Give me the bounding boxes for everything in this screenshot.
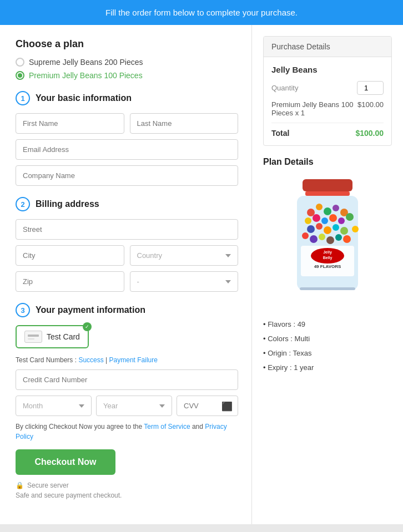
checkout-button[interactable]: Checkout Now bbox=[16, 449, 115, 475]
svg-point-21 bbox=[319, 234, 325, 240]
svg-text:49 FLAVORS: 49 FLAVORS bbox=[314, 264, 341, 269]
svg-point-16 bbox=[324, 226, 331, 234]
state-select[interactable]: - TX CA bbox=[130, 271, 239, 292]
purchase-details-box: Purchase Details Jelly Beans Quantity Pr… bbox=[263, 36, 392, 146]
company-input[interactable] bbox=[16, 165, 238, 186]
city-input[interactable] bbox=[16, 245, 124, 266]
product-name: Jelly Beans bbox=[271, 65, 384, 74]
line-item: Premium Jelly Beans 100 Pieces x 1 $100.… bbox=[271, 100, 384, 123]
purchase-details-body: Jelly Beans Quantity Premium Jelly Beans… bbox=[264, 57, 391, 145]
safe-text: Safe and secure payment checkout. bbox=[16, 492, 238, 499]
card-icon bbox=[24, 331, 42, 343]
step-2-number: 2 bbox=[16, 197, 30, 211]
secure-label: Secure server bbox=[27, 482, 69, 489]
svg-rect-0 bbox=[303, 179, 352, 191]
plan-option-1[interactable]: Supreme Jelly Beans 200 Pieces bbox=[16, 58, 238, 67]
name-row bbox=[16, 113, 238, 134]
plan-2-radio[interactable] bbox=[16, 71, 24, 80]
card-check-badge: ✓ bbox=[83, 322, 92, 331]
total-row: Total $100.00 bbox=[271, 129, 384, 138]
svg-point-18 bbox=[340, 227, 348, 235]
plan-1-radio[interactable] bbox=[16, 58, 24, 67]
svg-point-13 bbox=[346, 213, 354, 221]
lock-icon: 🔒 bbox=[16, 482, 24, 489]
line-item-price: $100.00 bbox=[357, 100, 384, 117]
plan-2-label: Premium Jelly Beans 100 Pieces bbox=[29, 71, 143, 80]
failure-link[interactable]: Payment Failure bbox=[109, 356, 158, 364]
svg-point-25 bbox=[352, 226, 359, 232]
card-label: Test Card bbox=[47, 332, 80, 341]
street-row bbox=[16, 219, 238, 240]
email-row bbox=[16, 139, 238, 160]
success-link[interactable]: Success bbox=[78, 356, 103, 364]
email-input[interactable] bbox=[16, 139, 238, 160]
step-3-number: 3 bbox=[16, 303, 30, 317]
month-select[interactable]: Month 0102 0304 0506 0708 0910 1112 bbox=[16, 396, 92, 416]
svg-text:Belly: Belly bbox=[323, 256, 333, 260]
svg-point-6 bbox=[333, 205, 339, 211]
quantity-input[interactable] bbox=[357, 81, 384, 95]
terms-prefix: By clicking Checkout Now you agree to th… bbox=[16, 423, 144, 430]
quantity-label: Quantity bbox=[271, 84, 298, 92]
top-banner: Fill the order form below to complete yo… bbox=[0, 0, 403, 25]
total-label: Total bbox=[271, 129, 289, 138]
test-card-option[interactable]: Test Card ✓ bbox=[16, 325, 89, 348]
right-panel: Purchase Details Jelly Beans Quantity Pr… bbox=[252, 25, 403, 524]
terms-mid: and bbox=[192, 423, 205, 430]
svg-point-11 bbox=[329, 214, 337, 222]
banner-text: Fill the order form below to complete yo… bbox=[105, 8, 298, 17]
svg-point-12 bbox=[338, 217, 345, 224]
test-card-prefix: Test Card Numbers : bbox=[16, 356, 78, 364]
terms-link[interactable]: Term of Service bbox=[144, 423, 190, 430]
svg-point-22 bbox=[326, 236, 334, 244]
svg-point-19 bbox=[302, 232, 309, 239]
plan-1-label: Supreme Jelly Beans 200 Pieces bbox=[29, 58, 143, 67]
secure-badge: 🔒 Secure server bbox=[16, 482, 238, 489]
svg-point-8 bbox=[305, 217, 311, 224]
last-name-input[interactable] bbox=[130, 113, 239, 134]
svg-point-20 bbox=[310, 235, 318, 243]
bullet-expiry: Expiry : 1 year bbox=[263, 361, 392, 375]
svg-point-14 bbox=[307, 225, 315, 233]
zip-input[interactable] bbox=[16, 271, 124, 292]
company-row bbox=[16, 165, 238, 186]
year-select[interactable]: Year 20242025 20262027 20282029 bbox=[96, 396, 172, 416]
svg-rect-31 bbox=[300, 287, 355, 290]
svg-point-3 bbox=[307, 209, 315, 216]
country-select[interactable]: Country United States United Kingdom Can… bbox=[130, 245, 239, 266]
svg-point-15 bbox=[316, 223, 323, 230]
svg-point-23 bbox=[335, 234, 342, 241]
svg-point-4 bbox=[316, 204, 323, 210]
jar-image: Jelly Belly 49 FLAVORS bbox=[278, 174, 377, 308]
plan-bullets: Flavors : 49 Colors : Multi Origin : Tex… bbox=[263, 317, 392, 375]
total-price: $100.00 bbox=[355, 129, 384, 138]
payment-header: 3 Your payment information bbox=[16, 303, 238, 317]
svg-rect-1 bbox=[305, 191, 350, 196]
choose-plan-title: Choose a plan bbox=[16, 38, 238, 50]
jar-svg: Jelly Belly 49 FLAVORS bbox=[278, 174, 377, 307]
svg-text:Jelly: Jelly bbox=[323, 250, 332, 255]
step-1-number: 1 bbox=[16, 91, 30, 105]
plan-details-title: Plan Details bbox=[263, 157, 392, 167]
terms-text: By clicking Checkout Now you agree to th… bbox=[16, 422, 238, 442]
payment-title: Your payment information bbox=[36, 305, 145, 315]
plan-option-2[interactable]: Premium Jelly Beans 100 Pieces bbox=[16, 71, 238, 80]
zip-state-row: - TX CA bbox=[16, 271, 238, 292]
bullet-origin: Origin : Texas bbox=[263, 346, 392, 361]
street-input[interactable] bbox=[16, 219, 238, 240]
svg-point-17 bbox=[333, 224, 339, 231]
cc-input[interactable] bbox=[16, 369, 238, 390]
svg-point-5 bbox=[324, 207, 331, 215]
cc-row bbox=[16, 369, 238, 390]
bullet-flavors: Flavors : 49 bbox=[263, 317, 392, 332]
city-country-row: Country United States United Kingdom Can… bbox=[16, 245, 238, 266]
cvv-card-icon: ⬛ bbox=[221, 401, 233, 411]
first-name-input[interactable] bbox=[16, 113, 124, 134]
test-card-numbers: Test Card Numbers : Success | Payment Fa… bbox=[16, 356, 238, 364]
svg-point-10 bbox=[321, 217, 328, 224]
basic-info-header: 1 Your basic information bbox=[16, 91, 238, 105]
billing-title: Billing address bbox=[36, 199, 99, 209]
bullet-colors: Colors : Multi bbox=[263, 332, 392, 346]
basic-info-title: Your basic information bbox=[36, 93, 132, 103]
cvv-wrapper: ⬛ bbox=[177, 396, 238, 416]
